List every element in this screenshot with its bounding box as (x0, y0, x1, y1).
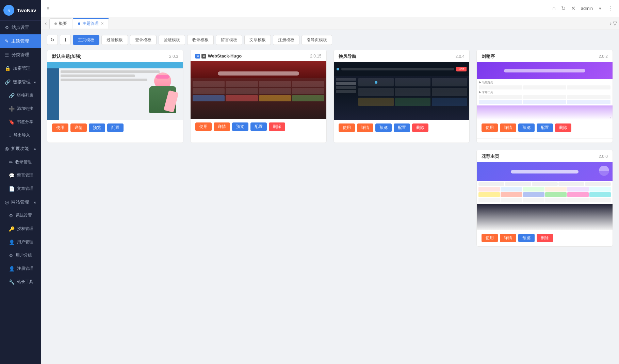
sidebar-item-link-list[interactable]: 🔗 链接列表 (0, 89, 41, 102)
sidebar-item-site-management[interactable]: ◎ 网站管理 ∧ (0, 195, 41, 209)
preview-topbar (47, 62, 183, 68)
sidebar-item-bookmark-share[interactable]: 🔖 书签分享 (0, 115, 41, 129)
tab-overview[interactable]: 概要 (49, 18, 72, 29)
tab-theme-management[interactable]: 主题管理 ✕ (73, 18, 109, 29)
sidebar-item-comment-management[interactable]: 💬 留言管理 (0, 169, 41, 182)
theme-version-liushaoyu: 2.0.2 (599, 54, 608, 59)
sidebar-header: N TwoNav (0, 0, 41, 21)
theme-card-header-default: 默认主题(加强) 2.0.3 (47, 50, 183, 62)
theme-version-default: 2.0.3 (169, 54, 178, 59)
sidebar-item-system-settings[interactable]: ⚙ 系统设置 (0, 209, 41, 222)
user-icon: 👤 (9, 239, 15, 245)
btn-detail-liushaoyu[interactable]: 详情 (500, 123, 516, 132)
btn-use-huifeng[interactable]: 使用 (339, 123, 355, 132)
btn-config-huifeng[interactable]: 配置 (394, 123, 410, 132)
btn-detail-default[interactable]: 详情 (70, 123, 87, 132)
sidebar-item-register-management[interactable]: 👤 注册管理 (0, 262, 41, 275)
theme-name-default: 默认主题(加强) (52, 53, 82, 60)
bookmark-icon: 🔖 (9, 119, 15, 125)
btn-guide-template[interactable]: 引导页模板 (302, 35, 332, 45)
toolbar-refresh-btn[interactable]: ↻ (47, 35, 58, 45)
tab-expand-icon[interactable]: ▽ (613, 20, 617, 27)
btn-use-liushaoyu[interactable]: 使用 (482, 123, 498, 132)
gear-icon: ⚙ (5, 25, 9, 30)
theme-card-default: 默认主题(加强) 2.0.3 (47, 50, 183, 143)
toolbar-info-btn[interactable]: ℹ (60, 35, 71, 45)
theme-actions-huacao: 使用 详情 预览 删除 (477, 230, 613, 242)
hamburger-icon[interactable]: ≡ (47, 6, 50, 11)
sidebar-item-add-link[interactable]: ➕ 添加链接 (0, 102, 41, 115)
admin-label[interactable]: admin (581, 6, 593, 11)
topbar: ≡ ⌂ ↻ ✕ admin ▼ ⋮ (41, 0, 619, 17)
sidebar-item-theme-management[interactable]: ✎ 主题管理 (0, 34, 41, 48)
btn-use-webstack[interactable]: 使用 (195, 122, 212, 131)
btn-config-default[interactable]: 配置 (107, 123, 124, 132)
add-link-icon: ➕ (9, 106, 15, 112)
more-icon[interactable]: ⋮ (607, 5, 613, 12)
tab-prev-btn[interactable]: ‹ (43, 20, 49, 27)
auth-icon: 🔑 (9, 226, 15, 232)
sidebar-item-collect-management[interactable]: ✏ 收录管理 (0, 155, 41, 169)
btn-filter-template[interactable]: 过滤模板 (101, 35, 128, 45)
sidebar-item-user-group[interactable]: ⚙ 用户分组 (0, 249, 41, 262)
extend-icon: ◎ (5, 146, 9, 151)
btn-delete-huifeng[interactable]: 删除 (412, 123, 428, 132)
btn-config-liushaoyu[interactable]: 配置 (537, 123, 553, 132)
sidebar-item-user-management[interactable]: 👤 用户管理 (0, 235, 41, 249)
btn-login-template[interactable]: 登录模板 (130, 35, 157, 45)
btn-detail-webstack[interactable]: 详情 (214, 122, 230, 131)
svg-text:H: H (203, 55, 205, 57)
theme-name-huifeng: 挽风导航 (339, 53, 356, 60)
theme-icon: ✎ (5, 38, 9, 44)
btn-verify-template[interactable]: 验证模板 (159, 35, 185, 45)
theme-card-webstack: W H WebStack-Hugo 2.0.15 (190, 50, 327, 143)
btn-detail-huacao[interactable]: 详情 (500, 234, 516, 242)
btn-preview-huacao[interactable]: 预览 (518, 234, 535, 242)
themes-grid: 默认主题(加强) 2.0.3 (47, 50, 613, 247)
btn-preview-liushaoyu[interactable]: 预览 (518, 123, 535, 132)
main-area: ≡ ⌂ ↻ ✕ admin ▼ ⋮ ‹ 概要 主题管理 ✕ › ▽ (41, 0, 619, 364)
refresh-icon[interactable]: ↻ (561, 5, 566, 12)
sidebar: N TwoNav ⚙ 站点设置 ✎ 主题管理 ☰ 分类管理 🔒 加密管理 🔗 链… (0, 0, 41, 364)
btn-delete-liushaoyu[interactable]: 删除 (555, 123, 571, 132)
btn-use-huacao[interactable]: 使用 (482, 234, 498, 242)
sidebar-item-password-management[interactable]: 🔒 加密管理 (0, 62, 41, 75)
sidebar-item-webmaster-tools[interactable]: 🔧 站长工具 (0, 275, 41, 288)
tabsbar-left: ‹ 概要 主题管理 ✕ (43, 18, 109, 29)
btn-comment-template[interactable]: 留言模板 (216, 35, 242, 45)
toolbar: ↻ ℹ 主页模板 过滤模板 登录模板 验证模板 收录模板 留言模板 文章模板 注… (47, 35, 613, 45)
theme-preview-huifeng: HOT (334, 62, 470, 120)
theme-version-huacao: 2.0.0 (599, 154, 608, 159)
btn-use-default[interactable]: 使用 (52, 123, 68, 132)
sidebar-item-extend-features[interactable]: ◎ 扩展功能 ∧ (0, 142, 41, 155)
theme-preview-default (47, 62, 183, 120)
tab-dot-overview (54, 22, 57, 25)
webstack-icons: W H (195, 54, 206, 59)
sidebar-item-site-settings[interactable]: ⚙ 站点设置 (0, 21, 41, 34)
home-icon[interactable]: ⌂ (552, 5, 556, 12)
sidebar-item-link-management[interactable]: 🔗 链接管理 ∧ (0, 75, 41, 89)
sidebar-item-export-import[interactable]: ↕ 导出导入 (0, 129, 41, 142)
btn-article-template[interactable]: 文章模板 (244, 35, 271, 45)
tab-close-btn[interactable]: ✕ (101, 21, 104, 26)
sidebar-item-auth-management[interactable]: 🔑 授权管理 (0, 222, 41, 235)
close-icon[interactable]: ✕ (571, 5, 575, 12)
site-icon: ◎ (5, 199, 9, 205)
btn-config-webstack[interactable]: 配置 (250, 122, 267, 131)
btn-collect-template[interactable]: 收录模板 (187, 35, 214, 45)
sidebar-item-article-management[interactable]: 📄 文章管理 (0, 182, 41, 195)
sidebar-item-category-management[interactable]: ☰ 分类管理 (0, 48, 41, 62)
btn-preview-huifeng[interactable]: 预览 (375, 123, 392, 132)
btn-delete-webstack[interactable]: 删除 (269, 122, 285, 131)
theme-card-header-huacao: 花荐主页 2.0.0 (477, 150, 613, 162)
svg-text:N: N (8, 9, 10, 12)
tab-next-icon[interactable]: › (610, 20, 612, 27)
btn-delete-huacao[interactable]: 删除 (537, 234, 553, 242)
tab-label-theme: 主题管理 (82, 21, 99, 27)
btn-preview-webstack[interactable]: 预览 (232, 122, 248, 131)
btn-preview-default[interactable]: 预览 (89, 123, 105, 132)
link-list-icon: 🔗 (9, 93, 15, 98)
btn-register-template[interactable]: 注册模板 (273, 35, 299, 45)
btn-detail-huifeng[interactable]: 详情 (357, 123, 373, 132)
btn-main-template[interactable]: 主页模板 (73, 35, 99, 45)
